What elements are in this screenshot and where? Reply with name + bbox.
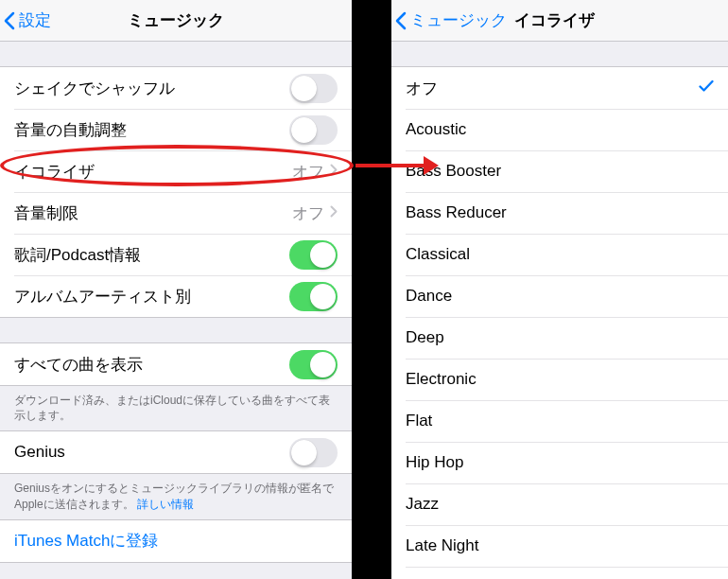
switch-knob (291, 117, 317, 143)
volume-limit-value: オフ (292, 202, 324, 224)
itunes-match-row[interactable]: iTunes Matchに登録 (0, 520, 352, 562)
lyrics-podcast-switch[interactable] (289, 240, 338, 270)
eq-option-label: Flat (406, 412, 432, 430)
sound-check-switch[interactable] (289, 115, 338, 145)
music-settings-screen: 設定 ミュージック シェイクでシャッフル音量の自動調整イコライザオフ音量制限オフ… (0, 0, 352, 579)
chevron-right-icon (330, 204, 338, 221)
chevron-left-icon (395, 11, 407, 30)
checkmark-icon (699, 79, 714, 96)
footnote-genius: Geniusをオンにするとミュージックライブラリの情報が匿名でAppleに送信さ… (0, 474, 352, 518)
volume-limit-label: 音量制限 (14, 202, 78, 224)
group-spacer (391, 42, 728, 66)
eq-option-label: Electronic (406, 370, 477, 389)
eq-option-label: Hip Hop (406, 453, 463, 472)
navbar: ミュージック イコライザ (391, 0, 728, 42)
eq-label: イコライザ (14, 161, 95, 183)
eq-option[interactable]: Hip Hop (391, 442, 728, 483)
eq-option-label: Acoustic (406, 120, 466, 139)
show-all-music-row[interactable]: すべての曲を表示 (0, 343, 352, 385)
back-label: ミュージック (410, 9, 507, 31)
eq-preset-list: オフAcousticBass BoosterBass ReducerClassi… (391, 66, 728, 579)
eq-option-label: Bass Reducer (406, 203, 507, 222)
eq-option-label: Jazz (406, 495, 439, 514)
eq-option[interactable]: Classical (391, 234, 728, 275)
group-album-artist-switch[interactable] (289, 282, 338, 311)
eq-option[interactable]: Electronic (391, 359, 728, 400)
eq-option[interactable]: Bass Reducer (391, 192, 728, 234)
switch-knob (310, 284, 336, 309)
eq-option[interactable]: Flat (391, 400, 728, 442)
eq-value: オフ (292, 161, 324, 183)
more-info-link[interactable]: 詳しい情報 (137, 498, 194, 511)
switch-knob (291, 76, 317, 101)
eq-option-label: Dance (406, 287, 452, 306)
genius-label: Genius (14, 443, 65, 462)
group-album-artist-row[interactable]: アルバムアーティスト別 (0, 275, 352, 317)
eq-screen: ミュージック イコライザ オフAcousticBass BoosterBass … (391, 0, 728, 579)
sound-check-row[interactable]: 音量の自動調整 (0, 109, 352, 150)
eq-option[interactable]: Deep (391, 317, 728, 359)
shake-shuffle-switch[interactable] (289, 74, 338, 103)
lyrics-podcast-row[interactable]: 歌詞/Podcast情報 (0, 234, 352, 275)
group-spacer (0, 318, 352, 342)
eq-option-label: Classical (406, 245, 470, 264)
genius-switch[interactable] (289, 438, 338, 467)
shake-shuffle-label: シェイクでシャッフル (14, 78, 175, 99)
eq-option[interactable]: Bass Booster (391, 150, 728, 192)
eq-option-label: Deep (406, 328, 444, 347)
eq-option[interactable]: オフ (391, 67, 728, 109)
show-all-music-switch[interactable] (289, 350, 338, 379)
genius-row[interactable]: Genius (0, 431, 352, 473)
back-button[interactable]: 設定 (4, 9, 51, 31)
chevron-left-icon (4, 11, 15, 30)
eq-option[interactable]: Acoustic (391, 109, 728, 150)
chevron-right-icon (330, 163, 338, 180)
settings-group-1: シェイクでシャッフル音量の自動調整イコライザオフ音量制限オフ歌詞/Podcast… (0, 66, 352, 318)
back-button[interactable]: ミュージック (395, 9, 507, 31)
back-label: 設定 (19, 9, 51, 31)
footnote-show-all: ダウンロード済み、またはiCloudに保存している曲をすべて表示します。 (0, 386, 352, 430)
eq-option[interactable]: Dance (391, 275, 728, 317)
eq-option[interactable]: Jazz (391, 483, 728, 525)
navbar: 設定 ミュージック (0, 0, 352, 42)
page-title: ミュージック (0, 9, 352, 31)
sound-check-label: 音量の自動調整 (14, 119, 127, 141)
eq-option-label: オフ (406, 78, 438, 99)
switch-knob (310, 242, 336, 268)
show-all-music-label: すべての曲を表示 (14, 354, 143, 376)
eq-option-label: Bass Booster (406, 162, 501, 181)
settings-group-4: iTunes Matchに登録 (0, 519, 352, 563)
eq-row[interactable]: イコライザオフ (0, 150, 352, 192)
settings-group-3: Genius (0, 430, 352, 474)
switch-knob (291, 440, 317, 465)
volume-limit-row[interactable]: 音量制限オフ (0, 192, 352, 234)
group-album-artist-label: アルバムアーティスト別 (14, 286, 191, 307)
lyrics-podcast-label: 歌詞/Podcast情報 (14, 244, 141, 266)
eq-option[interactable]: Late Night (391, 525, 728, 567)
eq-option-label: Late Night (406, 536, 479, 555)
group-spacer (0, 42, 352, 66)
settings-group-2: すべての曲を表示 (0, 342, 352, 386)
shake-shuffle-row[interactable]: シェイクでシャッフル (0, 67, 352, 109)
switch-knob (310, 352, 336, 377)
eq-option[interactable]: Latin (391, 567, 728, 579)
itunes-match-label: iTunes Matchに登録 (14, 530, 158, 552)
